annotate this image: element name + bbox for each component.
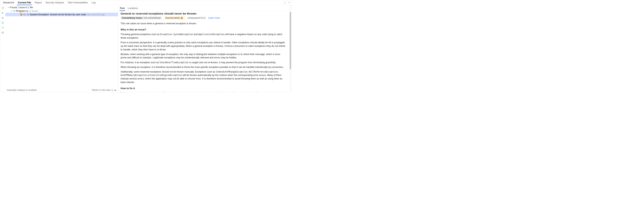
rule-description: This rule raises an issue when a general… <box>121 22 286 92</box>
severity-medium-icon <box>181 17 183 19</box>
file-name: Program.cs <box>16 10 28 12</box>
refresh-icon[interactable] <box>1 22 4 24</box>
tools-icon[interactable] <box>1 26 4 29</box>
brand-label: SonarLint <box>3 0 16 5</box>
tree-issue-row[interactable]: (4, 6) 'System.Exception' should not be … <box>6 13 118 16</box>
consistency-pill: Consistency issue | not conventional <box>121 16 162 20</box>
file-issue-count: (1 issue) <box>29 10 38 12</box>
why-p6: Additionally, some reserved exceptions s… <box>121 70 286 84</box>
top-tab-security-hotspots[interactable]: Security Hotspots <box>44 0 66 5</box>
rule-title: General or reserved exceptions should ne… <box>121 12 286 16</box>
svg-point-2 <box>285 3 285 4</box>
target-icon[interactable] <box>1 7 4 10</box>
svg-point-1 <box>285 3 285 3</box>
severity-medium-icon <box>20 14 22 16</box>
svg-point-0 <box>285 2 285 2</box>
learn-more-link[interactable]: Learn more <box>208 17 220 19</box>
top-tab-taint-vulnerabilities[interactable]: Taint Vulnerabilities <box>66 0 90 5</box>
top-tab-log[interactable]: Log <box>90 0 98 5</box>
issue-location: (4, 6) <box>24 13 29 16</box>
cloud-icon[interactable] <box>114 89 117 91</box>
why-p2: From a consumer perspective, it is gener… <box>121 41 286 51</box>
why-heading: Why is this an issue? <box>121 28 286 32</box>
chevron-down-icon[interactable] <box>10 10 12 12</box>
rule-intro: This rule raises an issue when a general… <box>121 22 286 25</box>
detail-tab-locations[interactable]: Locations <box>128 7 138 11</box>
top-tab-strip: SonarLint Current File Report Security H… <box>0 0 291 5</box>
top-tab-report[interactable]: Report <box>33 0 44 5</box>
issue-age: few seconds ago <box>87 13 105 16</box>
scrollbar-track[interactable] <box>289 5 292 92</box>
fix-heading: How to fix it <box>121 86 286 90</box>
chevron-down-icon[interactable] <box>8 7 10 8</box>
minimize-icon[interactable] <box>288 1 290 4</box>
tree-file-row[interactable]: C# Program.cs (1 issue) <box>6 9 118 13</box>
why-p3: Besides, when working with a general typ… <box>121 53 286 60</box>
why-p1: Throwing general exceptions such as Exce… <box>121 33 286 40</box>
detail-tab-rule[interactable]: Rule <box>120 7 125 11</box>
issue-message: 'System.Exception' should not be thrown … <box>30 13 87 16</box>
svg-rect-5 <box>2 17 3 19</box>
stop-icon[interactable] <box>1 16 4 19</box>
maintainability-pill: Maintainability <box>164 16 185 20</box>
kebab-menu-icon[interactable] <box>284 1 286 4</box>
language-badge: C# <box>13 10 16 12</box>
fix-intro: To fix this issue, make sure to throw sp… <box>121 91 286 92</box>
cancel-icon[interactable] <box>1 31 4 34</box>
rule-key: csharpsquid:S112 <box>188 17 206 19</box>
footer-analysis-status: Automatic analysis is enabled <box>7 89 36 91</box>
why-p4: For instance, if an exception such as St… <box>121 61 286 64</box>
help-icon[interactable] <box>111 89 114 91</box>
why-p5: When throwing an exception, it is theref… <box>121 65 286 69</box>
tree-summary-row[interactable]: Found 1 issue in 1 file <box>6 6 118 9</box>
footer-whats-label[interactable]: What's in this view <box>92 89 110 91</box>
run-icon[interactable] <box>1 12 4 14</box>
issue-tree-panel: Found 1 issue in 1 file C# Program.cs (1… <box>6 5 118 92</box>
left-tool-rail <box>0 5 5 92</box>
detail-panel: Rule Locations General or reserved excep… <box>118 5 291 92</box>
tree-summary-text: Found 1 issue in 1 file <box>10 6 33 9</box>
top-tab-current-file[interactable]: Current File <box>16 0 33 5</box>
scrollbar-thumb[interactable] <box>290 12 291 69</box>
